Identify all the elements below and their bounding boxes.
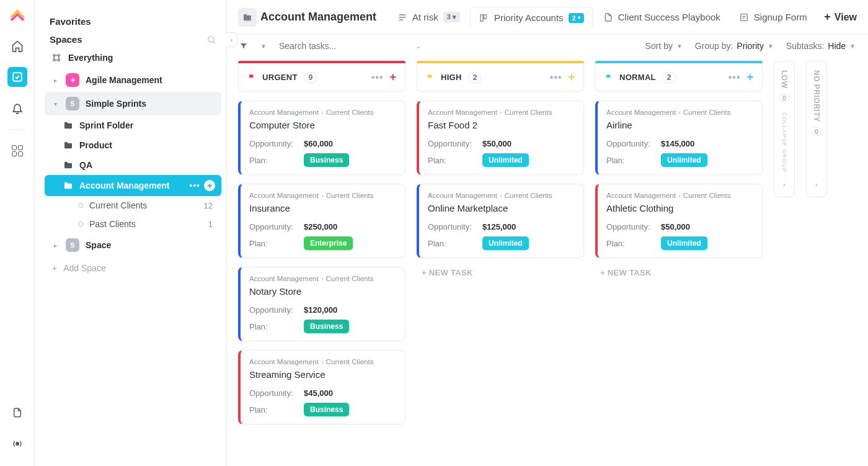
add-space-button[interactable]: + Add Space — [45, 257, 221, 279]
collapse-label: COLLAPSE GROUP — [781, 112, 787, 173]
task-card[interactable]: Account Management›Current Clients Compu… — [238, 101, 405, 175]
folder-icon — [63, 140, 73, 150]
column-count: 0 — [811, 127, 823, 136]
space-item[interactable]: ▾ S Simple Sprints — [45, 92, 221, 115]
column-add-button[interactable]: + — [746, 71, 753, 84]
app-logo[interactable] — [9, 7, 26, 25]
add-icon[interactable]: + — [204, 180, 215, 191]
task-card[interactable]: Account Management›Current Clients Athle… — [595, 184, 763, 258]
docs-icon[interactable] — [7, 403, 27, 423]
add-view-button[interactable]: + View — [824, 11, 857, 24]
opportunity-value: $45,000 — [304, 388, 333, 398]
everything-label: Everything — [68, 53, 113, 63]
search-input[interactable] — [279, 41, 403, 51]
plan-badge: Business — [304, 320, 349, 333]
tab-signup-form[interactable]: Signup Form — [730, 6, 816, 28]
space-label: Simple Sprints — [86, 99, 146, 109]
column-more-button[interactable]: ••• — [550, 72, 562, 83]
sort-by-button[interactable]: Sort by▼ — [645, 41, 683, 51]
group-by-button[interactable]: Group by: Priority▼ — [695, 41, 774, 51]
record-icon[interactable] — [7, 434, 27, 454]
board-column-normal: NORMAL 2 ••• + Account Management›Curren… — [595, 61, 763, 287]
plan-label: Plan: — [249, 322, 304, 331]
list-count: 1 — [208, 220, 213, 229]
tab-priority-accounts[interactable]: Priority Accounts 2 ▾ — [470, 7, 593, 29]
favorites-heading[interactable]: Favorites — [50, 16, 216, 27]
sidebar: Favorites Spaces Everything ▸ ✦ Agile Ma… — [35, 0, 227, 466]
space-item[interactable]: ▸ S Space — [45, 233, 221, 257]
task-card[interactable]: Account Management›Current Clients Fast … — [417, 101, 584, 175]
list-item[interactable]: Past Clients 1 — [45, 215, 221, 233]
column-count: 2 — [468, 72, 482, 83]
collapsed-column-no-priority[interactable]: NO PRIORITY 0 › — [806, 61, 827, 197]
new-task-button[interactable]: + NEW TASK — [417, 258, 584, 287]
filter-icon[interactable] — [239, 42, 248, 50]
collapse-sidebar-button[interactable]: ‹ — [226, 32, 237, 47]
space-item[interactable]: ▸ ✦ Agile Management — [45, 68, 221, 92]
opportunity-label: Opportunity: — [249, 222, 304, 231]
task-card[interactable]: Account Management›Current Clients Airli… — [595, 101, 763, 175]
column-add-button[interactable]: + — [568, 71, 575, 84]
everything-icon — [51, 52, 62, 63]
caret-icon: ▸ — [51, 242, 60, 249]
add-space-label: Add Space — [63, 263, 106, 273]
task-card[interactable]: Account Management›Current Clients Strea… — [238, 350, 405, 424]
folder-label: Account Management — [79, 181, 169, 190]
subtasks-button[interactable]: Subtasks: Hide▼ — [786, 41, 856, 51]
task-card[interactable]: Account Management›Current Clients Onlin… — [417, 184, 584, 258]
folder-item[interactable]: Sprint Folder — [45, 115, 221, 135]
tab-label: Priority Accounts — [494, 12, 564, 23]
plan-badge: Unlimited — [661, 153, 707, 167]
board-column-urgent: URGENT 9 ••• + Account Management›Curren… — [238, 61, 405, 424]
plan-badge: Business — [304, 403, 349, 416]
tab-icon — [397, 12, 407, 22]
list-label: Current Clients — [89, 200, 147, 210]
more-icon[interactable]: ••• — [189, 181, 200, 190]
list-dot-icon — [78, 222, 83, 226]
tab-at-risk[interactable]: At risk 3 ▾ — [389, 6, 469, 28]
folder-icon — [63, 120, 73, 130]
tab-client-success-playbook[interactable]: Client Success Playbook — [595, 6, 729, 28]
home-icon[interactable] — [7, 36, 27, 56]
opportunity-value: $50,000 — [661, 222, 690, 231]
caret-icon: ▾ — [51, 101, 60, 107]
task-card[interactable]: Account Management›Current Clients Notar… — [238, 267, 405, 341]
plan-badge: Unlimited — [661, 236, 707, 250]
chevron-down-icon[interactable]: ⌄ — [415, 42, 421, 50]
folder-icon — [63, 181, 73, 190]
collapsed-column-low[interactable]: LOW 0 COLLAPSE GROUP › — [774, 61, 795, 197]
card-title: Computer Store — [249, 120, 396, 130]
search-icon[interactable] — [206, 35, 216, 45]
priority-flag-icon — [247, 73, 256, 82]
task-card[interactable]: Account Management›Current Clients Insur… — [238, 184, 405, 258]
column-name: URGENT — [262, 73, 298, 82]
breadcrumb: Account Management›Current Clients — [249, 358, 396, 365]
breadcrumb: Account Management›Current Clients — [428, 109, 575, 116]
everything-item[interactable]: Everything — [45, 47, 221, 68]
notifications-icon[interactable] — [7, 98, 27, 118]
chevron-down-icon[interactable]: ▼ — [260, 43, 267, 50]
svg-rect-9 — [740, 14, 747, 20]
tasks-icon[interactable] — [7, 67, 27, 87]
list-item[interactable]: Current Clients 12 — [45, 196, 221, 215]
chevron-right-icon: › — [815, 181, 818, 188]
column-add-button[interactable]: + — [389, 71, 396, 84]
tab-badge: 3 ▾ — [443, 12, 460, 22]
column-more-button[interactable]: ••• — [371, 72, 384, 83]
folder-icon — [63, 160, 73, 170]
card-title: Insurance — [249, 203, 396, 213]
apps-icon[interactable] — [7, 141, 27, 161]
column-more-button[interactable]: ••• — [728, 72, 741, 83]
card-title: Online Marketplace — [428, 203, 575, 213]
folder-item[interactable]: Product — [45, 135, 221, 155]
new-task-button[interactable]: + NEW TASK — [595, 258, 763, 287]
column-name: HIGH — [441, 73, 462, 82]
plan-badge: Business — [304, 153, 349, 167]
folder-item[interactable]: QA — [45, 155, 221, 175]
spaces-heading[interactable]: Spaces — [50, 34, 82, 45]
add-view-label: View — [835, 12, 857, 23]
folder-icon[interactable] — [238, 8, 257, 27]
column-name: NORMAL — [619, 73, 656, 82]
opportunity-label: Opportunity: — [428, 222, 482, 231]
folder-item[interactable]: Account Management ••• + — [45, 175, 221, 196]
